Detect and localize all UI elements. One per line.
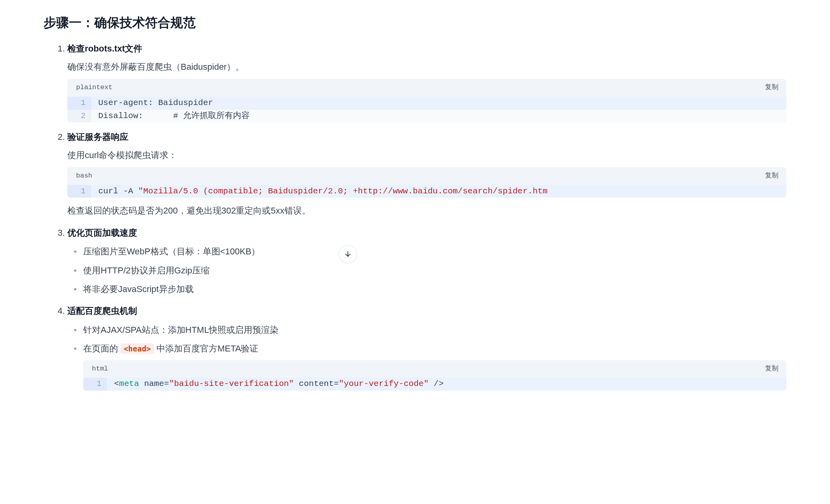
scroll-down-button[interactable] <box>339 245 357 263</box>
text-before: 在页面的 <box>83 344 120 353</box>
section-heading: 步骤一：确保技术符合规范 <box>44 12 786 33</box>
line-number: 1 <box>83 378 107 391</box>
step-title: 验证服务器响应 <box>67 130 786 144</box>
code-line: 1 User-agent: Baiduspider <box>67 97 786 110</box>
code-lang-label: plaintext <box>76 82 113 94</box>
code-line: 1 <meta name="baidu-site-verification" c… <box>83 378 786 391</box>
code-block-plaintext: plaintext 复制 1 User-agent: Baiduspider 2… <box>67 79 786 122</box>
line-number: 1 <box>67 185 91 198</box>
steps-list: 检查robots.txt文件 确保没有意外屏蔽百度爬虫（Baiduspider）… <box>44 41 786 391</box>
line-number: 2 <box>67 110 91 123</box>
step-title: 优化页面加载速度 <box>67 225 786 240</box>
step-after-text: 检查返回的状态码是否为200，避免出现302重定向或5xx错误。 <box>67 203 786 218</box>
list-item: 在页面的 <head> 中添加百度官方META验证 <box>83 341 786 356</box>
code-text: Disallow: # 允许抓取所有内容 <box>91 110 786 123</box>
step-desc: 确保没有意外屏蔽百度爬虫（Baiduspider）。 <box>67 59 786 74</box>
step-title: 检查robots.txt文件 <box>67 41 786 56</box>
code-line: 1 curl -A "Mozilla/5.0 (compatible; Baid… <box>67 185 786 198</box>
line-number: 1 <box>67 97 91 110</box>
text-after: 中添加百度官方META验证 <box>154 344 259 353</box>
inline-code-head: <head> <box>120 344 154 354</box>
code-lang-label: html <box>92 363 108 375</box>
list-item: 使用HTTP/2协议并启用Gzip压缩 <box>83 263 786 278</box>
arrow-down-icon <box>344 250 352 258</box>
code-line: 2 Disallow: # 允许抓取所有内容 <box>67 110 786 123</box>
list-item: 压缩图片至WebP格式（目标：单图<100KB） <box>83 244 786 259</box>
list-item: 针对AJAX/SPA站点：添加HTML快照或启用预渲染 <box>83 323 786 337</box>
copy-button[interactable]: 复制 <box>765 170 778 182</box>
code-lang-label: bash <box>76 170 92 182</box>
step-item-1: 检查robots.txt文件 确保没有意外屏蔽百度爬虫（Baiduspider）… <box>67 41 786 122</box>
step-desc: 使用curl命令模拟爬虫请求： <box>67 148 786 162</box>
sub-bullets: 压缩图片至WebP格式（目标：单图<100KB） 使用HTTP/2协议并启用Gz… <box>67 244 786 296</box>
code-block-html: html 复制 1 <meta name="baidu-site-verific… <box>83 360 786 391</box>
step-item-4: 适配百度爬虫机制 针对AJAX/SPA站点：添加HTML快照或启用预渲染 在页面… <box>67 304 786 391</box>
step-item-3: 优化页面加载速度 压缩图片至WebP格式（目标：单图<100KB） 使用HTTP… <box>67 225 786 297</box>
code-text: curl -A "Mozilla/5.0 (compatible; Baidus… <box>91 185 786 198</box>
list-item: 将非必要JavaScript异步加载 <box>83 282 786 296</box>
code-text: User-agent: Baiduspider <box>91 97 786 110</box>
sub-bullets: 针对AJAX/SPA站点：添加HTML快照或启用预渲染 在页面的 <head> … <box>67 323 786 356</box>
code-block-bash: bash 复制 1 curl -A "Mozilla/5.0 (compatib… <box>67 167 786 198</box>
copy-button[interactable]: 复制 <box>765 363 778 375</box>
step-title: 适配百度爬虫机制 <box>67 304 786 318</box>
step-item-2: 验证服务器响应 使用curl命令模拟爬虫请求： bash 复制 1 curl -… <box>67 130 786 218</box>
code-text: <meta name="baidu-site-verification" con… <box>107 378 786 391</box>
copy-button[interactable]: 复制 <box>765 82 778 94</box>
